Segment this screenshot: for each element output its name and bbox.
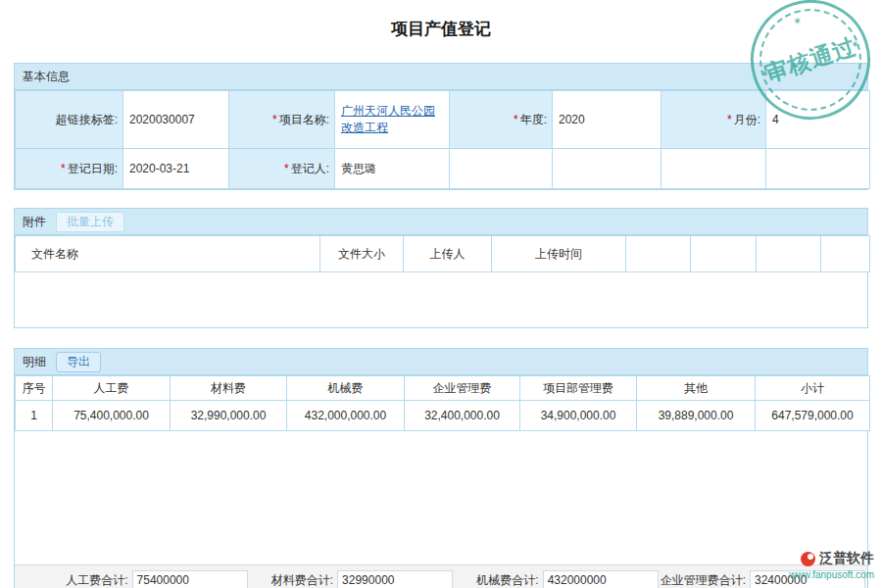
basic-info-section: 基本信息 超链接标签: 2020030007 *项目名称: 广州天河人民公园改造… — [14, 63, 868, 190]
column-header-material-cost: 材料费 — [171, 376, 287, 401]
registrant-value: 黄思璐 — [335, 149, 450, 189]
empty-cell — [450, 149, 553, 189]
hyperlink-tag-label: 超链接标签: — [16, 91, 123, 149]
required-asterisk: * — [727, 113, 732, 126]
required-asterisk: * — [284, 162, 289, 175]
register-date-value: 2020-03-21 — [123, 149, 229, 189]
cell-seq: 1 — [16, 401, 53, 431]
registrant-label: *登记人: — [229, 149, 335, 189]
column-header-enterprise-mgmt-cost: 企业管理费 — [405, 376, 520, 401]
project-name-cell: 广州天河人民公园改造工程 — [335, 91, 450, 149]
column-header-other-cost: 其他 — [637, 376, 756, 401]
totals-row: 人工费合计: 75400000 材料费合计: 32990000 机械费合计: 4… — [15, 564, 867, 588]
empty-cell — [821, 236, 870, 272]
details-section: 明细 导出 序号 人工费 材料费 机械费 企业管理费 项目部管理费 其他 小计 … — [14, 348, 868, 588]
empty-cell — [766, 149, 870, 189]
empty-cell — [553, 149, 662, 189]
labor-total-value: 75400000 — [132, 570, 248, 588]
labor-total-label: 人工费合计: — [66, 572, 127, 588]
column-header-upload-time: 上传时间 — [492, 236, 626, 272]
fanpu-logo-icon — [801, 552, 815, 566]
attachments-section: 附件 批量上传 文件名称 文件大小 上传人 上传时间 — [14, 208, 868, 328]
cell-machinery-cost: 432,000,000.00 — [287, 401, 405, 431]
empty-cell — [691, 236, 757, 272]
empty-cell — [662, 149, 766, 189]
cell-other-cost: 39,889,000.00 — [637, 401, 756, 431]
enterprise-mgmt-total-label: 企业管理费合计: — [661, 572, 746, 588]
details-table: 序号 人工费 材料费 机械费 企业管理费 项目部管理费 其他 小计 1 75,4… — [15, 375, 870, 431]
month-value: 4 — [766, 91, 870, 149]
year-value: 2020 — [553, 91, 662, 149]
export-button[interactable]: 导出 — [56, 352, 101, 372]
column-header-subtotal: 小计 — [756, 376, 870, 401]
required-asterisk: * — [272, 113, 277, 126]
attachments-empty-area — [15, 272, 867, 327]
column-header-machinery-cost: 机械费 — [287, 376, 405, 401]
cell-subtotal: 647,579,000.00 — [756, 401, 870, 431]
brand-url: www.fanpusoft.com — [789, 569, 874, 580]
details-empty-area — [15, 431, 867, 564]
basic-info-table: 超链接标签: 2020030007 *项目名称: 广州天河人民公园改造工程 *年… — [15, 90, 870, 189]
attachments-section-title: 附件 — [23, 214, 46, 230]
column-header-seq: 序号 — [16, 376, 53, 401]
cell-project-dept-mgmt-cost: 34,900,000.00 — [520, 401, 637, 431]
register-date-label: *登记日期: — [16, 149, 123, 189]
hyperlink-tag-value: 2020030007 — [123, 91, 229, 149]
cell-enterprise-mgmt-cost: 32,400,000.00 — [405, 401, 520, 431]
empty-cell — [757, 236, 821, 272]
machinery-total-value: 432000000 — [543, 570, 659, 588]
column-header-file-name: 文件名称 — [16, 236, 320, 272]
column-header-file-size: 文件大小 — [320, 236, 404, 272]
page-title: 项目产值登记 — [0, 18, 882, 41]
detail-row: 1 75,400,000.00 32,990,000.00 432,000,00… — [16, 401, 870, 431]
year-label: *年度: — [450, 91, 553, 149]
attachments-table: 文件名称 文件大小 上传人 上传时间 — [15, 235, 870, 272]
footer-brand: 泛普软件 www.fanpusoft.com — [789, 550, 874, 580]
month-label: *月份: — [662, 91, 766, 149]
column-header-uploader: 上传人 — [404, 236, 492, 272]
project-name-label: *项目名称: — [229, 91, 335, 149]
details-section-title: 明细 — [23, 354, 46, 370]
cell-labor-cost: 75,400,000.00 — [53, 401, 171, 431]
project-name-link[interactable]: 广州天河人民公园改造工程 — [341, 104, 435, 134]
empty-cell — [626, 236, 691, 272]
brand-name: 泛普软件 — [819, 550, 874, 567]
column-header-project-dept-mgmt-cost: 项目部管理费 — [520, 376, 637, 401]
machinery-total-label: 机械费合计: — [476, 572, 538, 588]
batch-upload-button[interactable]: 批量上传 — [56, 212, 124, 232]
required-asterisk: * — [514, 113, 518, 126]
cell-material-cost: 32,990,000.00 — [171, 401, 287, 431]
basic-info-section-title: 基本信息 — [23, 69, 70, 85]
required-asterisk: * — [61, 162, 66, 175]
material-total-label: 材料费合计: — [271, 572, 333, 588]
column-header-labor-cost: 人工费 — [53, 376, 171, 401]
material-total-value: 32990000 — [337, 570, 453, 588]
